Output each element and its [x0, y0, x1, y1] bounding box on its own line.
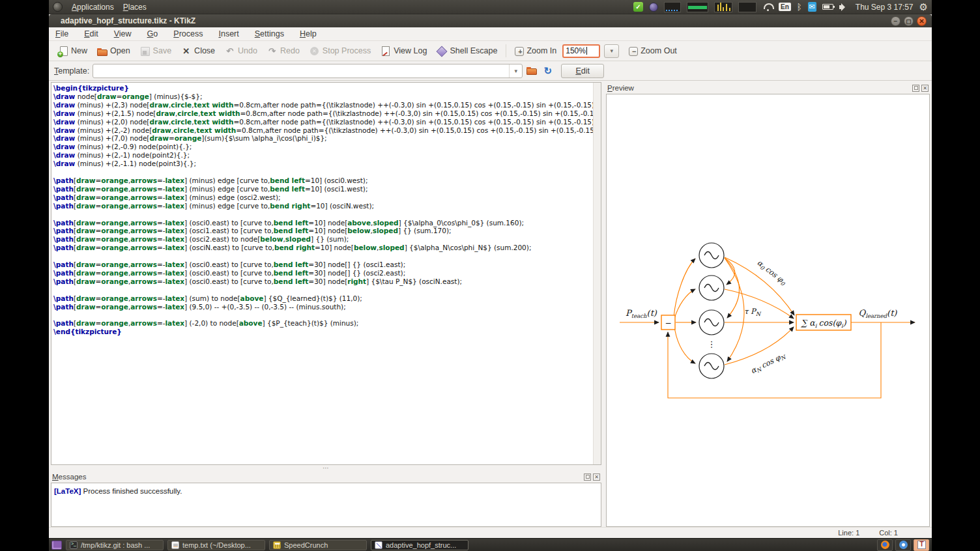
preview-canvas[interactable]: − ⋮ ∑ α [606, 94, 930, 527]
messages-close-icon[interactable]: ✕ [593, 473, 600, 481]
mail-icon[interactable]: ✉ [808, 2, 816, 12]
save-button[interactable]: Save [136, 44, 175, 58]
app-indicator-icon[interactable] [649, 3, 658, 12]
code-line: \draw (minus) +(2,0) node[draw,circle,te… [53, 118, 592, 126]
load-histogram-widget[interactable] [714, 2, 732, 12]
template-edit-button[interactable]: Edit [561, 64, 604, 78]
task-text-editor-label: temp.txt (~/Desktop... [182, 541, 251, 549]
task-terminal[interactable]: /tmp/ktikz.git : bash ... [66, 540, 164, 550]
toolbar-separator [506, 44, 506, 57]
bluetooth-icon[interactable]: ᛒ [797, 2, 802, 12]
code-line: \path[draw=orange,arrows=-latex] (osci0.… [53, 261, 592, 269]
messages-log[interactable]: [LaTeX] Process finished successfully. [51, 483, 601, 527]
view-log-button[interactable]: View Log [377, 44, 430, 58]
template-dropdown-icon[interactable]: ▾ [509, 64, 522, 78]
chromium-icon [899, 541, 908, 549]
new-button[interactable]: New [54, 44, 91, 58]
taskbar: /tmp/ktikz.git : bash ... temp.txt (~/De… [49, 538, 932, 551]
volume-icon[interactable] [839, 3, 850, 11]
shell-escape-button[interactable]: Shell Escape [433, 44, 500, 58]
osci0-to-osci1-arc [725, 258, 735, 285]
menu-process[interactable]: Process [173, 29, 203, 38]
calculator-icon [273, 541, 281, 549]
battery-icon[interactable] [822, 4, 833, 10]
code-line [53, 252, 592, 261]
toolbar: New Open Save ✕Close ↶Undo ↷Redo Stop Pr… [49, 41, 932, 61]
monitor-widget[interactable] [738, 2, 757, 12]
zoom-in-button[interactable]: Zoom In [512, 44, 560, 57]
zoom-level-dropdown[interactable]: ▾ [604, 44, 619, 58]
ktikz-icon [375, 541, 382, 549]
task-speedcrunch[interactable]: SpeedCrunch [269, 540, 367, 550]
template-label: Template: [54, 66, 89, 76]
template-input[interactable]: ▾ [93, 64, 523, 78]
code-line: \path[draw=orange,arrows=-latex] (osci0.… [53, 277, 592, 286]
editor-messages-splitter[interactable]: ⋯ [51, 465, 601, 471]
code-line: \path[draw=orange,arrows=-latex] (osciN.… [53, 244, 592, 252]
tau-pn-label: τ PN [744, 307, 762, 317]
wifi-icon[interactable] [762, 3, 773, 11]
editor-scrollbar[interactable] [593, 83, 601, 464]
editor-preview-splitter[interactable] [601, 82, 606, 527]
redo-button[interactable]: ↷Redo [263, 44, 303, 58]
undo-button[interactable]: ↶Undo [221, 44, 261, 58]
tikz-preview-diagram: − ⋮ ∑ α [607, 94, 928, 527]
firefox-launcher[interactable] [877, 539, 893, 551]
menu-edit[interactable]: Edit [84, 29, 98, 38]
template-refresh-icon[interactable]: ↻ [541, 64, 554, 78]
open-button[interactable]: Open [93, 44, 134, 58]
session-gear-icon[interactable]: ⚙ [919, 2, 928, 12]
menu-help[interactable]: Help [300, 29, 317, 38]
code-editor[interactable]: \begin{tikzpicture}\draw node[draw=orang… [51, 82, 601, 465]
window-title: adaptive_hopf_structure.tikz - KTikZ [61, 16, 195, 25]
template-open-icon[interactable] [526, 64, 538, 78]
osci0-to-osciN-arc [725, 258, 744, 361]
stop-process-button[interactable]: Stop Process [306, 44, 374, 58]
code-line: \path[draw=orange,arrows=-latex] (osci0.… [53, 219, 592, 227]
menu-file[interactable]: File [55, 29, 68, 38]
distributor-logo-icon[interactable] [53, 2, 63, 12]
code-line: \path[draw=orange,arrows=-latex] (-2,0) … [53, 319, 592, 328]
code-line: \draw (minus) +(2,-0.9) node(point){.}; [53, 143, 592, 151]
latex-editor-launcher[interactable] [914, 539, 929, 551]
zoom-out-button[interactable]: Zoom Out [626, 44, 680, 57]
workspace-switcher-icon[interactable] [51, 541, 62, 550]
zoom-level-input[interactable]: 150% [562, 44, 600, 58]
preview-float-icon[interactable] [912, 85, 919, 92]
minus-to-osci1 [674, 289, 695, 318]
template-row: Template: ▾ ↻ Edit [49, 61, 932, 81]
maximize-button[interactable]: ◻ [904, 16, 914, 26]
redo-label: Redo [280, 46, 300, 55]
task-ktikz[interactable]: adaptive_hopf_struc... [371, 540, 468, 550]
undo-icon: ↶ [224, 46, 235, 57]
messages-float-icon[interactable] [584, 473, 591, 481]
menu-insert[interactable]: Insert [218, 29, 238, 38]
update-status-icon[interactable]: ✓ [633, 2, 643, 12]
menu-go[interactable]: Go [147, 29, 158, 38]
places-menu[interactable]: Places [123, 3, 147, 12]
preview-close-icon[interactable]: ✕ [921, 85, 929, 92]
titlebar[interactable]: adaptive_hopf_structure.tikz - KTikZ − ◻… [49, 14, 932, 27]
menu-view[interactable]: View [114, 29, 132, 38]
network-monitor-widget[interactable] [664, 2, 681, 12]
applications-menu[interactable]: Applications [72, 3, 114, 12]
open-label: Open [110, 46, 130, 55]
keyboard-layout-indicator[interactable]: En [779, 3, 791, 11]
close-file-button[interactable]: ✕Close [177, 44, 218, 58]
zoom-level-value: 150% [566, 46, 586, 55]
chromium-launcher[interactable] [895, 539, 911, 551]
open-folder-icon [96, 46, 108, 57]
top-panel: Applications Places ✓ En ᛒ ✉ [49, 0, 932, 14]
clock[interactable]: Thu Sep 3 17:57 [856, 3, 914, 12]
code-line: \path[draw=orange,arrows=-latex] (minus)… [53, 202, 592, 210]
zoom-in-icon [515, 47, 524, 56]
close-button[interactable]: ✕ [917, 16, 927, 26]
code-line: \path[draw=orange,arrows=-latex] (osci1.… [53, 227, 592, 235]
cpu-monitor-widget[interactable] [687, 2, 708, 12]
menu-settings[interactable]: Settings [255, 29, 284, 38]
minimize-button[interactable]: − [891, 16, 901, 26]
task-text-editor[interactable]: temp.txt (~/Desktop... [167, 540, 265, 550]
zoom-in-label: Zoom In [526, 46, 556, 55]
code-line: \path[draw=orange,arrows=-latex] (minus)… [53, 177, 592, 185]
new-file-icon [57, 46, 68, 57]
